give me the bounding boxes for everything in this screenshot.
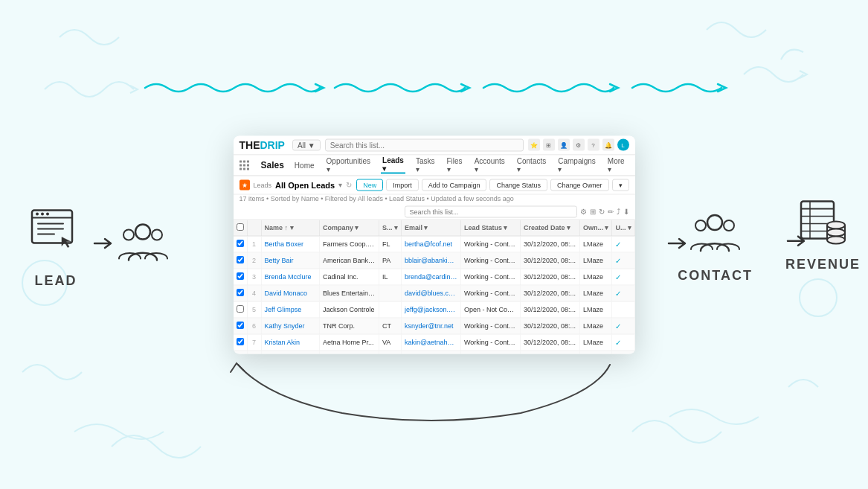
row-email[interactable]: ksnyder@tnr.net: [401, 318, 460, 334]
nav-more[interactable]: More ▾: [606, 157, 626, 173]
add-campaign-button[interactable]: Add to Campaign: [422, 179, 487, 191]
refresh-list-icon[interactable]: ↻: [599, 208, 605, 216]
contact-people-icon: [687, 206, 743, 262]
table-row: 5 Jeff Glimpse Jackson Controle jeffg@ja…: [234, 301, 635, 318]
row-name[interactable]: Betty Bair: [261, 252, 319, 269]
th-created[interactable]: Created Date ▾: [520, 220, 579, 236]
nav-tasks[interactable]: Tasks ▾: [414, 157, 437, 173]
more-actions-button[interactable]: ▾: [612, 179, 629, 191]
nav-campaigns[interactable]: Campaigns ▾: [556, 157, 597, 173]
row-number: 6: [247, 318, 261, 334]
row-company: Aetna Home Pr...: [319, 334, 379, 351]
row-state: IL: [379, 269, 401, 285]
grid-icon[interactable]: ⊞: [543, 139, 555, 151]
avatar-icon[interactable]: L: [617, 139, 629, 151]
row-state: FL: [379, 236, 401, 252]
row-name[interactable]: Lucy Macalon: [261, 351, 319, 354]
row-email[interactable]: kakin@aetnahho...: [401, 334, 460, 351]
bell-icon[interactable]: 🔔: [602, 139, 614, 151]
row-status: Open - Not Cont...: [460, 351, 520, 354]
change-status-button[interactable]: Change Status: [489, 179, 547, 191]
nav-files[interactable]: Files ▾: [446, 157, 464, 173]
row-check: ✓: [612, 334, 635, 351]
th-num: [247, 220, 261, 236]
table-row: 7 Kristan Akin Aetna Home Pr... VA kakin…: [234, 334, 635, 351]
nav-leads[interactable]: Leads ▾: [381, 156, 405, 174]
refresh-icon[interactable]: ↻: [346, 181, 352, 189]
star-icon[interactable]: ⭐: [528, 139, 540, 151]
svg-point-14: [695, 220, 706, 231]
row-owner: LMaze: [579, 269, 612, 285]
row-owner: LMaze: [579, 334, 612, 351]
filter-icon[interactable]: ⚙: [580, 208, 587, 216]
row-checkbox[interactable]: [234, 318, 248, 334]
revenue-icon: [795, 195, 851, 251]
row-name[interactable]: Bertha Boxer: [261, 236, 319, 252]
row-status: Working - Conta...: [460, 236, 520, 252]
nav-contacts[interactable]: Contacts ▾: [515, 157, 547, 173]
row-checkbox[interactable]: [234, 252, 248, 269]
edit-list-icon[interactable]: ✏: [608, 208, 614, 216]
contact-label: CONTACT: [678, 268, 753, 284]
crm-window: THEDRIP All ▼ ⭐ ⊞ 👤 ⚙ ? 🔔 L Sales Home: [234, 135, 635, 354]
th-company[interactable]: Company ▾: [319, 220, 379, 236]
row-state: VA: [379, 334, 401, 351]
share-icon[interactable]: ⤴: [617, 208, 620, 216]
help-icon[interactable]: ?: [588, 139, 599, 151]
revenue-section: REVENUE: [785, 195, 861, 272]
row-name[interactable]: Kristan Akin: [261, 334, 319, 351]
row-checkbox[interactable]: [234, 285, 248, 301]
nav-accounts[interactable]: Accounts ▾: [473, 157, 507, 173]
table-header: Name ↑ ▾ Company ▾ S... ▾ Email ▾ Lead S…: [234, 220, 635, 236]
row-checkbox[interactable]: [234, 334, 248, 351]
svg-point-10: [135, 224, 150, 239]
download-icon[interactable]: ⬇: [623, 208, 629, 216]
row-name[interactable]: Brenda Mcclure: [261, 269, 319, 285]
row-email[interactable]: bertha@fcof.net: [401, 236, 460, 252]
row-name[interactable]: Jeff Glimpse: [261, 301, 319, 318]
row-name[interactable]: Kathy Snyder: [261, 318, 319, 334]
settings-icon[interactable]: ⚙: [573, 139, 585, 151]
row-company: DRIP: [319, 351, 379, 354]
row-checkbox[interactable]: [234, 301, 248, 318]
row-checkbox[interactable]: [234, 236, 248, 252]
th-name[interactable]: Name ↑ ▾: [261, 220, 319, 236]
nav-home[interactable]: Home: [293, 161, 316, 169]
list-search-input[interactable]: [405, 205, 577, 217]
th-u[interactable]: U... ▾: [612, 220, 635, 236]
th-state[interactable]: S... ▾: [379, 220, 401, 236]
all-dropdown[interactable]: All ▼: [292, 139, 321, 150]
table-row: 4 David Monaco Blues Entertainm... david…: [234, 285, 635, 301]
search-input[interactable]: [325, 138, 524, 151]
row-checkbox[interactable]: [234, 351, 248, 354]
row-checkbox[interactable]: [234, 269, 248, 285]
columns-icon[interactable]: ⊞: [590, 208, 596, 216]
row-email[interactable]: lucy@drip.blog: [401, 351, 460, 354]
table-body: 1 Bertha Boxer Farmers Coop. of... FL be…: [234, 236, 635, 354]
new-button[interactable]: New: [356, 179, 383, 191]
svg-point-15: [724, 220, 734, 231]
th-status[interactable]: Lead Status ▾: [460, 220, 520, 236]
user-icon[interactable]: 👤: [558, 139, 570, 151]
list-subtitle: 17 items • Sorted by Name • Filtered by …: [234, 194, 635, 204]
svg-point-5: [41, 212, 44, 215]
import-button[interactable]: Import: [386, 179, 419, 191]
app-grid-icon[interactable]: [239, 160, 249, 170]
row-email[interactable]: jeffg@jackson.com: [401, 301, 460, 318]
th-email[interactable]: Email ▾: [401, 220, 460, 236]
row-number: 2: [247, 252, 261, 269]
change-owner-button[interactable]: Change Owner: [550, 179, 609, 191]
select-all-checkbox[interactable]: [237, 222, 244, 231]
row-company: TNR Corp.: [319, 318, 379, 334]
lead-section: LEAD: [26, 201, 86, 288]
row-email[interactable]: brenda@cardinal...: [401, 269, 460, 285]
row-email[interactable]: david@blues.com: [401, 285, 460, 301]
nav-opportunities[interactable]: Opportunities ▾: [325, 157, 372, 173]
lead-people-icon: [115, 215, 171, 274]
th-owner[interactable]: Own... ▾: [579, 220, 612, 236]
dropdown-arrow[interactable]: ▾: [338, 181, 342, 189]
row-email[interactable]: bblair@abanking...: [401, 252, 460, 269]
table-row: 3 Brenda Mcclure Cadinal Inc. IL brenda@…: [234, 269, 635, 285]
row-state: [379, 285, 401, 301]
row-name[interactable]: David Monaco: [261, 285, 319, 301]
